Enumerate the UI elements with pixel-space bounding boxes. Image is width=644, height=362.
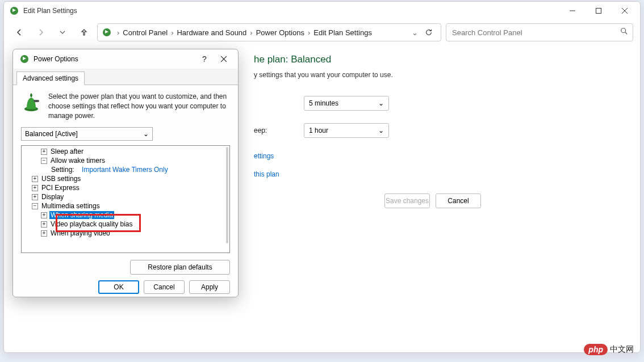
expand-icon[interactable]: + bbox=[41, 221, 47, 228]
expand-icon[interactable]: + bbox=[41, 230, 47, 237]
tab-strip: Advanced settings bbox=[13, 69, 238, 85]
tree-wake-setting[interactable]: Setting: Important Wake Timers Only bbox=[22, 165, 229, 174]
watermark-text: 中文网 bbox=[610, 344, 634, 355]
dialog-titlebar: Power Options ? bbox=[13, 49, 238, 69]
sleep-timeout-select[interactable]: 1 hour ⌄ bbox=[304, 123, 389, 138]
page-title: he plan: Balanced bbox=[254, 54, 629, 65]
chevron-down-icon: ⌄ bbox=[378, 99, 384, 107]
restore-plan-link[interactable]: this plan bbox=[254, 170, 279, 178]
address-bar[interactable]: › Control Panel › Hardware and Sound › P… bbox=[97, 23, 441, 41]
svg-rect-6 bbox=[34, 100, 39, 102]
display-timeout-select[interactable]: 5 minutes ⌄ bbox=[304, 96, 389, 111]
chevron-right-icon[interactable]: › bbox=[116, 28, 120, 37]
chevron-right-icon[interactable]: › bbox=[170, 28, 174, 37]
cancel-button[interactable]: Cancel bbox=[144, 280, 185, 294]
scrollbar[interactable] bbox=[226, 147, 228, 243]
power-plan-icon bbox=[21, 92, 41, 112]
expand-icon[interactable]: + bbox=[41, 149, 47, 155]
expand-icon[interactable]: + bbox=[32, 194, 38, 200]
breadcrumb-power-options[interactable]: Power Options bbox=[256, 28, 304, 37]
expand-icon[interactable]: + bbox=[41, 212, 47, 218]
breadcrumb-hardware-sound[interactable]: Hardware and Sound bbox=[177, 28, 246, 37]
expand-icon[interactable]: + bbox=[32, 176, 38, 182]
restore-defaults-button[interactable]: Restore plan defaults bbox=[130, 260, 230, 275]
breadcrumb-edit-plan[interactable]: Edit Plan Settings bbox=[313, 28, 372, 37]
tree-pci-express[interactable]: +PCI Express bbox=[22, 183, 229, 192]
tree-allow-wake-timers[interactable]: −Allow wake timers bbox=[22, 156, 229, 165]
svg-rect-1 bbox=[596, 9, 601, 14]
display-row: 5 minutes ⌄ bbox=[254, 96, 629, 111]
chevron-right-icon[interactable]: › bbox=[249, 28, 253, 37]
dialog-close-button[interactable] bbox=[214, 50, 233, 68]
advanced-settings-link[interactable]: ettings bbox=[254, 152, 274, 160]
forward-button[interactable] bbox=[32, 24, 49, 41]
tree-usb-settings[interactable]: +USB settings bbox=[22, 174, 229, 183]
power-options-icon bbox=[102, 28, 111, 37]
tab-advanced-settings[interactable]: Advanced settings bbox=[16, 71, 85, 85]
help-button[interactable]: ? bbox=[195, 50, 214, 68]
window-title: Edit Plan Settings bbox=[23, 7, 559, 15]
search-icon[interactable] bbox=[620, 27, 628, 37]
sleep-label: eep: bbox=[254, 127, 294, 134]
titlebar: Edit Plan Settings bbox=[4, 2, 640, 20]
search-bar[interactable] bbox=[446, 23, 633, 41]
save-changes-button[interactable]: Save changes bbox=[384, 193, 430, 208]
power-options-icon bbox=[10, 6, 19, 15]
power-options-icon bbox=[20, 54, 29, 64]
search-input[interactable] bbox=[451, 28, 620, 37]
watermark-brand: php bbox=[584, 344, 608, 355]
wake-timer-value[interactable]: Important Wake Timers Only bbox=[82, 166, 168, 174]
cancel-button[interactable]: Cancel bbox=[436, 193, 481, 208]
power-options-dialog: Power Options ? Advanced settings Select… bbox=[12, 49, 239, 297]
settings-tree[interactable]: +Sleep after −Allow wake timers Setting:… bbox=[21, 145, 230, 253]
up-button[interactable] bbox=[76, 24, 93, 41]
svg-point-3 bbox=[621, 28, 626, 33]
dialog-title: Power Options bbox=[34, 55, 195, 63]
tree-video-quality-bias[interactable]: +Video playback quality bias bbox=[22, 220, 229, 229]
collapse-icon[interactable]: − bbox=[41, 158, 47, 164]
history-dropdown[interactable] bbox=[54, 24, 71, 41]
tree-multimedia[interactable]: −Multimedia settings bbox=[22, 201, 229, 211]
refresh-button[interactable] bbox=[420, 24, 437, 41]
tree-when-sharing-media[interactable]: +When sharing media bbox=[22, 211, 229, 220]
address-dropdown[interactable]: ⌄ bbox=[412, 28, 418, 37]
plan-dropdown[interactable]: Balanced [Active] ⌄ bbox=[21, 127, 153, 141]
page-subtitle: y settings that you want your computer t… bbox=[254, 71, 629, 79]
watermark: php 中文网 bbox=[584, 344, 634, 355]
dialog-description: Select the power plan that you want to c… bbox=[48, 92, 230, 120]
maximize-button[interactable] bbox=[586, 2, 612, 20]
close-button[interactable] bbox=[612, 2, 638, 20]
chevron-right-icon[interactable]: › bbox=[307, 28, 311, 37]
breadcrumb-control-panel[interactable]: Control Panel bbox=[123, 28, 168, 37]
expand-icon[interactable]: + bbox=[32, 185, 38, 191]
sleep-row: eep: 1 hour ⌄ bbox=[254, 123, 629, 138]
minimize-button[interactable] bbox=[559, 2, 586, 20]
chevron-down-icon: ⌄ bbox=[378, 127, 384, 134]
apply-button[interactable]: Apply bbox=[189, 280, 230, 294]
nav-row: › Control Panel › Hardware and Sound › P… bbox=[4, 20, 640, 45]
dialog-body: Select the power plan that you want to c… bbox=[13, 85, 238, 280]
collapse-icon[interactable]: − bbox=[32, 203, 38, 209]
ok-button[interactable]: OK bbox=[98, 280, 139, 294]
chevron-down-icon: ⌄ bbox=[143, 130, 149, 138]
tree-display[interactable]: +Display bbox=[22, 192, 229, 201]
back-button[interactable] bbox=[11, 24, 28, 41]
tree-when-playing-video[interactable]: +When playing video bbox=[22, 229, 229, 238]
tree-sleep-after[interactable]: +Sleep after bbox=[22, 147, 229, 156]
